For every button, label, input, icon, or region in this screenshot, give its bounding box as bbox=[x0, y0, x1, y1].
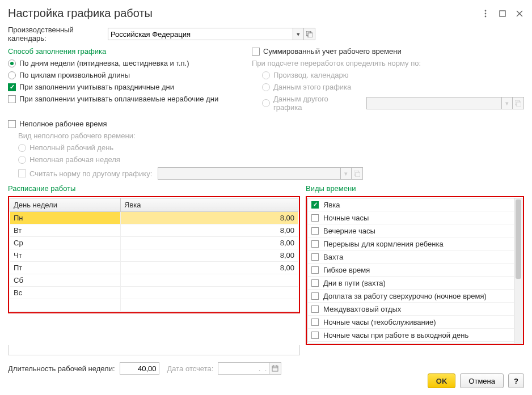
check-consider-paid-nonwork[interactable]: При заполнении учитывать оплачиваемые не… bbox=[8, 95, 235, 103]
radio-label: По циклам произвольной длины bbox=[19, 71, 130, 79]
cell-val: 8,00 bbox=[121, 249, 298, 262]
svg-rect-11 bbox=[356, 172, 360, 177]
list-item[interactable]: Ночные часы (техобслуживание) bbox=[308, 316, 522, 329]
schedule-table[interactable]: День недели Явка Пн8,00Вт8,00Ср8,00Чт8,0… bbox=[10, 198, 298, 312]
check-icon bbox=[311, 292, 319, 300]
check-label: Неполное рабочее время bbox=[19, 120, 107, 128]
check-norm-other-schedule: Считать норму по другому графику: ▾ bbox=[8, 167, 524, 180]
cell-day: Вс bbox=[10, 287, 121, 299]
radio-norm-other: Данным другого графика ▾ bbox=[252, 95, 524, 112]
radio-label: Данным другого графика bbox=[273, 95, 358, 112]
check-icon bbox=[311, 318, 319, 326]
radio-icon bbox=[8, 71, 16, 79]
cell-day: Чт bbox=[10, 249, 121, 262]
list-item-label: Гибкое время bbox=[323, 266, 370, 274]
cell-day: Вт bbox=[10, 224, 121, 237]
radio-icon bbox=[262, 71, 270, 79]
check-icon bbox=[311, 201, 319, 209]
list-item-label: Доплата за работу сверхурочно (ночное вр… bbox=[323, 292, 487, 300]
svg-point-1 bbox=[485, 12, 487, 14]
list-item-label: Дни в пути (вахта) bbox=[323, 279, 386, 287]
fill-method-title: Способ заполнения графика bbox=[8, 47, 235, 56]
list-item-label: Ночные часы при работе в выходной день bbox=[323, 331, 468, 339]
table-row[interactable]: Вс bbox=[10, 287, 298, 299]
timetypes-list[interactable]: ЯвкаНочные часыВечерние часыПерерывы для… bbox=[307, 198, 522, 343]
date-label: Дата отсчета: bbox=[167, 364, 214, 373]
check-icon bbox=[311, 253, 319, 261]
radio-icon bbox=[262, 99, 270, 107]
date-input[interactable] bbox=[218, 362, 269, 375]
radio-by-cycles[interactable]: По циклам произвольной длины bbox=[8, 71, 235, 79]
open-icon bbox=[513, 97, 524, 109]
table-row[interactable]: Вт8,00 bbox=[10, 224, 298, 237]
table-row[interactable]: Пн8,00 bbox=[10, 212, 298, 224]
check-label: При заполнении учитывать оплачиваемые не… bbox=[19, 95, 218, 103]
weeklen-input[interactable] bbox=[120, 362, 159, 375]
table-row[interactable]: Чт8,00 bbox=[10, 249, 298, 262]
list-item[interactable]: Доплата за работу сверхурочно (ночное вр… bbox=[308, 290, 522, 303]
check-consider-holidays[interactable]: При заполнении учитывать праздничные дни bbox=[8, 83, 235, 91]
radio-icon bbox=[8, 60, 16, 67]
check-parttime[interactable]: Неполное рабочее время bbox=[8, 120, 524, 128]
col-day: День недели bbox=[10, 198, 121, 212]
calendar-label: Производственный календарь: bbox=[8, 26, 108, 43]
calendar-icon[interactable] bbox=[269, 362, 281, 375]
table-row[interactable]: Сб bbox=[10, 274, 298, 287]
radio-norm-calendar: Производ. календарю bbox=[252, 71, 524, 79]
table-row bbox=[10, 299, 298, 312]
list-item[interactable]: Междувахтовый отдых bbox=[308, 303, 522, 316]
cancel-button[interactable]: Отмена bbox=[460, 373, 504, 388]
list-item[interactable]: Ночные часы bbox=[308, 211, 522, 224]
check-icon bbox=[311, 227, 319, 235]
cell-val: 8,00 bbox=[121, 262, 298, 274]
radio-label: По дням недели (пятидневка, шестидневка … bbox=[19, 59, 189, 67]
ok-button[interactable]: OK bbox=[428, 373, 456, 388]
cell-val: 8,00 bbox=[121, 237, 298, 249]
table-row[interactable]: Ср8,00 bbox=[10, 237, 298, 249]
svg-rect-9 bbox=[517, 102, 521, 107]
maximize-icon[interactable] bbox=[498, 9, 507, 18]
check-icon bbox=[8, 95, 16, 103]
table-row[interactable]: Пт8,00 bbox=[10, 262, 298, 274]
cell-val bbox=[121, 274, 298, 287]
scrollbar[interactable] bbox=[514, 198, 522, 343]
dropdown-icon: ▾ bbox=[340, 167, 352, 180]
check-icon bbox=[8, 83, 16, 91]
col-attend: Явка bbox=[121, 198, 298, 212]
list-item[interactable]: Вахта bbox=[308, 250, 522, 264]
radio-by-week-days[interactable]: По дням недели (пятидневка, шестидневка … bbox=[8, 59, 235, 67]
cell-val bbox=[121, 287, 298, 299]
open-icon bbox=[352, 167, 363, 180]
svg-rect-7 bbox=[308, 33, 313, 37]
check-summed[interactable]: Суммированный учет рабочего времени bbox=[252, 47, 524, 56]
list-item[interactable]: Гибкое время bbox=[308, 264, 522, 277]
check-label: Считать норму по другому графику: bbox=[29, 169, 152, 178]
list-item[interactable]: Перерывы для кормления ребенка bbox=[308, 237, 522, 250]
list-item-label: Вечерние часы bbox=[323, 227, 375, 235]
close-icon[interactable] bbox=[515, 9, 524, 18]
cell-day: Ср bbox=[10, 237, 121, 249]
list-item[interactable]: Дни в пути (вахта) bbox=[308, 277, 522, 290]
open-icon[interactable] bbox=[304, 28, 315, 40]
radio-parttime-day: Неполный рабочий день bbox=[8, 143, 524, 152]
check-icon bbox=[252, 48, 260, 56]
norm-by-label: При подсчете переработок определять норм… bbox=[252, 59, 524, 67]
svg-point-0 bbox=[485, 10, 487, 11]
list-item[interactable]: Вечерние часы bbox=[308, 224, 522, 237]
dropdown-icon[interactable]: ▾ bbox=[293, 28, 304, 40]
calendar-input[interactable] bbox=[108, 28, 293, 40]
norm-other-input bbox=[158, 167, 340, 180]
list-item[interactable]: Явка bbox=[308, 198, 522, 211]
list-item[interactable]: Ночные часы при работе в выходной день bbox=[308, 329, 522, 342]
kebab-icon[interactable] bbox=[481, 9, 490, 18]
svg-point-2 bbox=[485, 15, 487, 17]
radio-norm-this: Данным этого графика bbox=[252, 83, 524, 91]
radio-label: Неполный рабочий день bbox=[29, 143, 113, 152]
cell-val: 8,00 bbox=[121, 212, 298, 224]
check-icon bbox=[311, 279, 319, 287]
help-button[interactable]: ? bbox=[508, 373, 524, 388]
list-item-label: Междувахтовый отдых bbox=[323, 305, 401, 313]
cell-val: 8,00 bbox=[121, 224, 298, 237]
schedule-footer-strip bbox=[8, 345, 300, 355]
check-icon bbox=[311, 305, 319, 313]
